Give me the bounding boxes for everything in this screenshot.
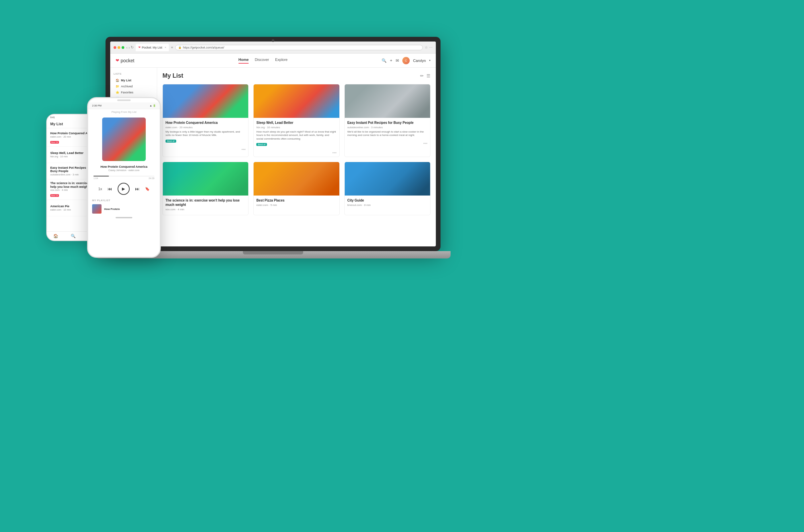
article-info: The science is in: exercise won't help y… — [163, 195, 248, 215]
article-read-time: 3 minutes — [371, 126, 383, 129]
phone2-playlist-title: How Protein — [104, 208, 156, 211]
article-card-protein[interactable]: How Protein Conquered America eater.com … — [163, 84, 248, 157]
article-source: timeout.com — [348, 204, 362, 207]
article-card-sleep[interactable]: Sleep Well, Lead Better hbr.org · 10 min… — [253, 84, 339, 157]
article-read-time: 10 minutes — [267, 126, 280, 129]
article-more-icon[interactable]: ••• — [242, 147, 246, 152]
new-tab-button[interactable]: + — [171, 45, 173, 50]
article-meta: vox.com · 4 min — [166, 208, 246, 211]
nav-item-explore[interactable]: Explore — [275, 58, 287, 63]
browser-tab[interactable]: ❤ Pocket: My List × — [136, 44, 169, 51]
browser-chrome: ‹ › ↻ ❤ Pocket: My List × + 🔒 https://ge… — [110, 41, 436, 54]
sidebar-mylist-label: My List — [121, 79, 131, 82]
sidebar-item-archived[interactable]: 📁 Archived — [114, 83, 153, 89]
home-icon: 🏠 — [116, 79, 119, 82]
list-item-tag: Best Of — [50, 194, 59, 197]
article-meta: timeout.com · 8 min — [348, 204, 428, 207]
phone2-playlist-item[interactable]: How Protein — [88, 203, 160, 215]
article-card-science[interactable]: The science is in: exercise won't help y… — [163, 162, 248, 215]
article-title: Best Pizza Places — [256, 198, 336, 203]
phone2-playlist-label: MY PLAYLIST — [88, 197, 160, 203]
article-title: Sleep Well, Lead Better — [256, 120, 336, 125]
article-footer: ••• — [163, 146, 248, 153]
browser-bookmark-icon[interactable]: ☆ — [425, 45, 428, 49]
user-dropdown-arrow[interactable]: ▾ — [429, 59, 430, 62]
phone2-progress-bar[interactable] — [93, 176, 154, 176]
article-title: How Protein Conquered America — [166, 120, 246, 125]
maximize-window-button[interactable] — [121, 46, 124, 49]
phone2-progress-fill — [93, 176, 109, 176]
article-read-time: 5 min — [270, 204, 277, 207]
phone2-bookmark-button[interactable]: 🔖 — [145, 187, 150, 191]
article-footer: ••• — [254, 149, 339, 157]
article-more-icon[interactable]: ••• — [332, 151, 337, 155]
browser-address-bar[interactable]: 🔒 https://getpocket.com/a/queue/ — [175, 45, 423, 50]
star-icon: ⭐ — [116, 91, 119, 94]
article-thumbnail-city — [345, 162, 430, 195]
phone2-time-display: 1:04 24:09 — [93, 177, 154, 179]
article-title: The science is in: exercise won't help y… — [166, 198, 246, 207]
edit-icon[interactable]: ✏ — [420, 73, 424, 78]
phone1-nav-home-icon[interactable]: 🏠 — [53, 234, 58, 239]
article-excerpt: How much sleep do you get each night? Mo… — [256, 130, 336, 140]
pocket-header-actions: 🔍 + ✉ C Carolyn ▾ — [381, 57, 430, 64]
phone2-playlist-info: How Protein — [104, 208, 156, 211]
phone2-play-button[interactable]: ▶ — [117, 183, 130, 195]
browser-back-button[interactable]: ‹ — [126, 45, 128, 50]
article-footer: ••• — [345, 140, 430, 147]
article-read-time: 20 minutes — [180, 126, 193, 129]
article-meta: outsideonline.com · 3 minutes — [348, 126, 428, 129]
article-source: outsideonline.com — [348, 126, 369, 129]
phone2-album-art-image — [102, 117, 146, 161]
article-tag-bestof: Best of — [166, 139, 176, 142]
add-item-icon[interactable]: + — [390, 58, 392, 63]
nav-item-home[interactable]: Home — [239, 58, 249, 63]
sidebar-item-mylist[interactable]: 🏠 My List — [114, 77, 153, 83]
phone2-speed-button[interactable]: 1x — [98, 187, 102, 191]
user-avatar[interactable]: C — [402, 57, 410, 64]
phone2-playlist-thumbnail — [92, 204, 101, 214]
minimize-window-button[interactable] — [117, 46, 120, 49]
phone2-playback-controls: 1x ⏮ ▶ ⏭ 🔖 — [88, 181, 160, 197]
article-card-city[interactable]: City Guide timeout.com · 8 min — [344, 162, 430, 215]
sidebar-item-favorites[interactable]: ⭐ Favorites — [114, 89, 153, 95]
search-icon[interactable]: 🔍 — [381, 58, 387, 63]
phone2-skip-back-button[interactable]: ⏮ — [108, 186, 112, 191]
article-thumbnail-science — [163, 162, 248, 195]
close-window-button[interactable] — [114, 46, 116, 49]
browser-forward-button[interactable]: › — [129, 45, 130, 50]
ssl-lock-icon: 🔒 — [178, 46, 182, 49]
article-thumbnail-pizza — [254, 162, 339, 195]
browser-extra-buttons: ☆ ⋯ — [425, 45, 432, 49]
article-card-pizza[interactable]: Best Pizza Places eater.com · 5 min — [253, 162, 339, 215]
article-more-icon[interactable]: ••• — [423, 141, 428, 146]
article-info: Sleep Well, Lead Better hbr.org · 10 min… — [254, 118, 339, 149]
archive-icon: 📁 — [116, 85, 119, 88]
email-icon[interactable]: ✉ — [396, 58, 399, 63]
browser-url-text: https://getpocket.com/a/queue/ — [183, 46, 224, 49]
pocket-logo-text: pocket — [120, 58, 134, 63]
browser-tab-title: Pocket: My List — [142, 46, 162, 49]
phone1-nav-search-icon[interactable]: 🔍 — [71, 234, 76, 239]
lists-section-label: LISTS — [114, 72, 153, 75]
laptop-camera — [272, 39, 274, 42]
browser-tab-close-icon[interactable]: × — [165, 46, 166, 49]
article-thumbnail-sleep — [254, 84, 339, 118]
sidebar-favorites-label: Favorites — [121, 91, 133, 94]
browser-menu-icon[interactable]: ⋯ — [429, 45, 432, 49]
article-source: hbr.org — [256, 126, 265, 129]
article-card-instapot[interactable]: Easy Instant Pot Recipes for Busy People… — [344, 84, 430, 157]
browser-refresh-button[interactable]: ↻ — [131, 45, 134, 50]
phone1-time: 9:41 — [50, 116, 55, 118]
phone2-track-author: Casey Johnston · eater.com — [88, 169, 160, 174]
phone2-current-time: 1:04 — [93, 177, 98, 179]
article-info: Best Pizza Places eater.com · 5 min — [254, 195, 339, 211]
article-source: eater.com — [256, 204, 268, 207]
phone2-body: 2:30 PM ▲ 🔋 Playing From My List How Pro… — [87, 97, 161, 258]
phone2-home-indicator[interactable] — [116, 217, 132, 218]
article-title: Easy Instant Pot Recipes for Busy People — [348, 120, 428, 125]
pocket-logo-icon: ❤ — [116, 58, 119, 63]
nav-item-discover[interactable]: Discover — [255, 58, 269, 63]
phone2-skip-forward-button[interactable]: ⏭ — [135, 186, 140, 191]
list-view-icon[interactable]: ☰ — [427, 73, 430, 78]
